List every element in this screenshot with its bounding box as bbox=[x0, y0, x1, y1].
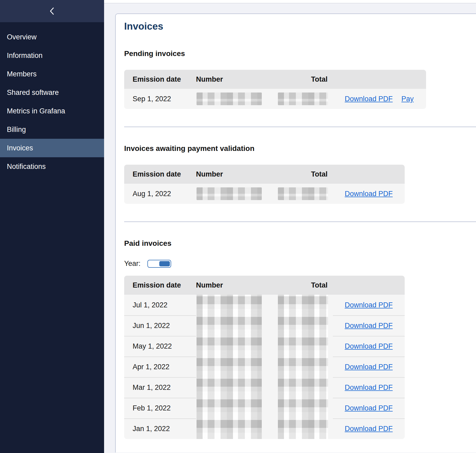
sidebar-item[interactable]: Shared software bbox=[0, 83, 104, 102]
table-body: Jul 1, 2022 Download PDF Jun 1, 2022 Dow… bbox=[124, 295, 405, 439]
invoice-number-cell bbox=[196, 398, 267, 418]
invoice-row: Jun 1, 2022 Download PDF bbox=[124, 315, 405, 336]
year-toggle-group bbox=[147, 260, 171, 268]
invoice-number-cell bbox=[196, 418, 267, 439]
invoice-row: Sep 1, 2022 Download PDFPay bbox=[124, 89, 426, 109]
invoice-total-cell bbox=[267, 357, 333, 377]
invoice-emission-date: Mar 1, 2022 bbox=[124, 383, 196, 392]
invoice-number-cell bbox=[196, 89, 267, 109]
invoice-total-cell bbox=[267, 295, 333, 315]
year-filter: Year: bbox=[124, 260, 476, 268]
download-pdf-link[interactable]: Download PDF bbox=[345, 404, 393, 412]
download-pdf-link[interactable]: Download PDF bbox=[345, 95, 393, 103]
download-pdf-link[interactable]: Download PDF bbox=[345, 363, 393, 371]
pending-invoices-heading: Pending invoices bbox=[124, 49, 476, 58]
download-pdf-link[interactable]: Download PDF bbox=[345, 342, 393, 350]
redacted-invoice-total bbox=[278, 398, 328, 418]
awaiting-validation-table: Emission date Number Total Aug 1, 2022 D… bbox=[124, 165, 405, 204]
invoice-row: Apr 1, 2022 Download PDF bbox=[124, 357, 405, 377]
invoice-number-cell bbox=[196, 357, 267, 377]
redacted-invoice-number bbox=[197, 357, 262, 377]
sidebar-item-label: Information bbox=[7, 52, 43, 60]
invoice-emission-date: Sep 1, 2022 bbox=[124, 95, 196, 103]
redacted-invoice-total bbox=[278, 187, 328, 200]
invoice-emission-date: Jun 1, 2022 bbox=[124, 322, 196, 330]
download-pdf-link[interactable]: Download PDF bbox=[345, 190, 393, 198]
sidebar-item[interactable]: Members bbox=[0, 65, 104, 83]
chevron-left-icon bbox=[49, 7, 55, 16]
sidebar-item[interactable]: Information bbox=[0, 46, 104, 65]
invoice-total-cell bbox=[267, 336, 333, 357]
awaiting-validation-heading: Invoices awaiting payment validation bbox=[124, 144, 476, 153]
column-header-emission-date: Emission date bbox=[124, 281, 196, 289]
table-body: Aug 1, 2022 Download PDF bbox=[124, 184, 405, 204]
sidebar-item-label: Metrics in Grafana bbox=[7, 107, 65, 115]
app-root: Overview Information Members Shared soft… bbox=[0, 0, 476, 453]
download-pdf-link[interactable]: Download PDF bbox=[345, 322, 393, 330]
redacted-invoice-number bbox=[197, 398, 262, 418]
section-divider bbox=[124, 221, 476, 222]
sidebar-item-label: Notifications bbox=[7, 163, 46, 171]
sidebar-item[interactable]: Notifications bbox=[0, 157, 104, 176]
sidebar-collapse-button[interactable] bbox=[46, 5, 58, 17]
invoice-total-cell bbox=[267, 184, 333, 204]
year-toggle-button[interactable] bbox=[149, 261, 159, 266]
invoice-total-cell bbox=[267, 89, 333, 109]
main-area: Invoices Pending invoices Emission date … bbox=[104, 0, 476, 453]
download-pdf-link[interactable]: Download PDF bbox=[345, 301, 393, 309]
download-pdf-link[interactable]: Download PDF bbox=[345, 425, 393, 433]
invoice-actions: Download PDF bbox=[333, 383, 405, 392]
year-toggle-button[interactable] bbox=[159, 261, 170, 266]
sidebar-item[interactable]: Billing bbox=[0, 120, 104, 139]
redacted-invoice-total bbox=[278, 418, 328, 439]
sidebar-item-label: Members bbox=[7, 70, 37, 78]
sidebar-item-label: Shared software bbox=[7, 89, 59, 97]
column-header-emission-date: Emission date bbox=[124, 170, 196, 178]
invoice-number-cell bbox=[196, 295, 267, 315]
invoice-actions: Download PDF bbox=[333, 322, 405, 330]
invoice-emission-date: Jan 1, 2022 bbox=[124, 425, 196, 433]
section-divider bbox=[124, 127, 476, 127]
column-header-number: Number bbox=[196, 170, 267, 178]
sidebar-item[interactable]: Metrics in Grafana bbox=[0, 102, 104, 120]
redacted-invoice-number bbox=[197, 93, 262, 105]
invoice-actions: Download PDF bbox=[333, 301, 405, 309]
column-header-total: Total bbox=[311, 281, 333, 289]
page-title: Invoices bbox=[124, 21, 476, 32]
paid-invoices-heading: Paid invoices bbox=[124, 239, 476, 248]
table-body: Sep 1, 2022 Download PDFPay bbox=[124, 89, 426, 109]
invoice-number-cell bbox=[196, 377, 267, 398]
column-header-total: Total bbox=[311, 75, 333, 84]
invoice-emission-date: Apr 1, 2022 bbox=[124, 363, 196, 371]
column-header-total: Total bbox=[311, 170, 333, 178]
sidebar-item[interactable]: Overview bbox=[0, 28, 104, 46]
table-header: Emission date Number Total bbox=[124, 276, 405, 295]
invoice-emission-date: Jul 1, 2022 bbox=[124, 301, 196, 309]
content-card: Invoices Pending invoices Emission date … bbox=[115, 13, 476, 452]
redacted-invoice-number bbox=[197, 315, 262, 336]
invoice-actions: Download PDFPay bbox=[333, 95, 426, 103]
sidebar-item[interactable]: Invoices bbox=[0, 139, 104, 157]
sidebar-header bbox=[0, 0, 104, 22]
download-pdf-link[interactable]: Download PDF bbox=[345, 383, 393, 392]
table-header: Emission date Number Total bbox=[124, 70, 426, 89]
redacted-invoice-total bbox=[278, 295, 328, 315]
redacted-invoice-number bbox=[197, 187, 262, 200]
invoice-actions: Download PDF bbox=[333, 190, 405, 198]
pay-link[interactable]: Pay bbox=[402, 95, 414, 103]
invoice-number-cell bbox=[196, 336, 267, 357]
invoice-total-cell bbox=[267, 418, 333, 439]
sidebar-item-label: Billing bbox=[7, 126, 26, 134]
invoice-actions: Download PDF bbox=[333, 404, 405, 412]
invoice-number-cell bbox=[196, 184, 267, 204]
invoice-number-cell bbox=[196, 315, 267, 336]
page-top-bar bbox=[104, 0, 476, 3]
redacted-invoice-total bbox=[278, 357, 328, 377]
invoice-emission-date: Feb 1, 2022 bbox=[124, 404, 196, 412]
invoice-actions: Download PDF bbox=[333, 425, 405, 433]
redacted-invoice-total bbox=[278, 315, 328, 336]
invoice-row: Aug 1, 2022 Download PDF bbox=[124, 184, 405, 204]
pending-invoices-table: Emission date Number Total Sep 1, 2022 D… bbox=[124, 70, 426, 109]
paid-invoices-table: Emission date Number Total Jul 1, 2022 D… bbox=[124, 276, 405, 439]
sidebar: Overview Information Members Shared soft… bbox=[0, 0, 104, 453]
